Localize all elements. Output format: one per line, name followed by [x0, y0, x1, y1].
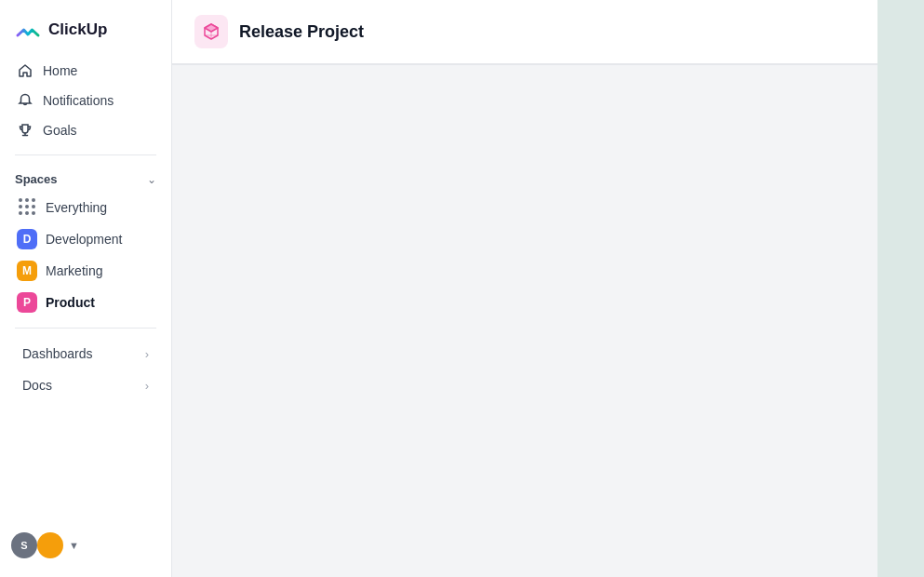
- sidebar-item-dashboards[interactable]: Dashboards ›: [7, 338, 164, 369]
- main-header: Release Project: [172, 0, 877, 64]
- space-label-product: Product: [46, 295, 95, 310]
- clickup-logo-icon: [15, 17, 41, 43]
- dashboards-label: Dashboards: [22, 346, 93, 361]
- sidebar-item-marketing[interactable]: M Marketing: [7, 255, 164, 287]
- sidebar: ClickUp Home Notifications: [0, 0, 172, 577]
- chevron-down-icon: ⌄: [147, 173, 156, 186]
- sidebar-item-notifications[interactable]: Notifications: [7, 86, 164, 115]
- main-content: Release Project: [172, 0, 877, 577]
- divider-2: [15, 328, 156, 329]
- nav-items: Home Notifications Goals: [0, 56, 171, 145]
- sidebar-item-development[interactable]: D Development: [7, 223, 164, 255]
- app-name: ClickUp: [48, 20, 107, 39]
- logo-area[interactable]: ClickUp: [0, 0, 171, 56]
- sidebar-item-label-goals: Goals: [43, 123, 77, 138]
- space-label-marketing: Marketing: [46, 263, 102, 278]
- project-icon: [194, 15, 228, 48]
- space-badge-development: D: [17, 229, 37, 249]
- bell-icon: [17, 92, 33, 109]
- right-panel: [877, 0, 924, 577]
- divider: [15, 154, 156, 155]
- chevron-right-icon-dashboards: ›: [145, 347, 149, 361]
- space-badge-product: P: [17, 292, 37, 313]
- space-label-development: Development: [46, 232, 123, 247]
- sidebar-item-home[interactable]: Home: [7, 56, 164, 86]
- avatar-secondary: [37, 532, 63, 558]
- spaces-header[interactable]: Spaces ⌄: [0, 165, 171, 192]
- chevron-right-icon-docs: ›: [145, 379, 149, 393]
- sidebar-item-product[interactable]: P Product: [7, 287, 164, 318]
- sidebar-bottom[interactable]: S ▼: [0, 523, 171, 568]
- trophy-icon: [17, 122, 33, 139]
- space-badge-marketing: M: [17, 261, 37, 281]
- sidebar-item-docs[interactable]: Docs ›: [7, 369, 164, 401]
- content-area: [172, 64, 877, 577]
- everything-dots-icon: [17, 197, 37, 218]
- page-title: Release Project: [239, 22, 364, 42]
- user-dropdown-arrow: ▼: [69, 540, 79, 551]
- docs-label: Docs: [22, 378, 52, 393]
- sidebar-item-goals[interactable]: Goals: [7, 115, 164, 145]
- sidebar-item-label-notifications: Notifications: [43, 93, 114, 108]
- space-label-everything: Everything: [46, 200, 107, 215]
- spaces-label: Spaces: [15, 172, 58, 186]
- sidebar-item-everything[interactable]: Everything: [7, 192, 164, 223]
- home-icon: [17, 62, 33, 79]
- avatar: S: [11, 532, 37, 558]
- sidebar-item-label-home: Home: [43, 63, 77, 78]
